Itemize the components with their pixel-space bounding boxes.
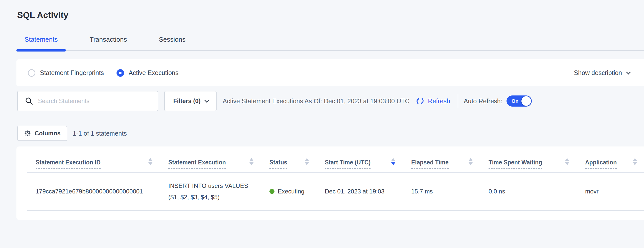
cell-execution-id[interactable]: 179cca7921e679b80000000000000001: [27, 188, 159, 195]
search-icon: [25, 97, 33, 105]
gear-icon: [24, 130, 31, 137]
refresh-button[interactable]: Refresh: [416, 96, 450, 106]
sort-icon[interactable]: [305, 158, 309, 165]
column-header-application[interactable]: Application: [576, 158, 644, 172]
table-header-row: Statement Execution ID Statement Executi…: [27, 146, 644, 173]
as-of-label: Active Statement Executions As Of: Dec 0…: [223, 97, 409, 105]
tab-sessions[interactable]: Sessions: [151, 36, 194, 50]
show-description-toggle[interactable]: Show description: [574, 69, 629, 77]
cell-time-spent-waiting: 0.0 ns: [480, 188, 576, 195]
filters-label: Filters (0): [173, 97, 200, 105]
cell-elapsed-time: 15.7 ms: [402, 188, 480, 195]
statements-table-card: Statement Execution ID Statement Executi…: [16, 146, 644, 220]
table-row: 179cca7921e679b80000000000000001 INSERT …: [27, 173, 644, 211]
radio-statement-fingerprints-label: Statement Fingerprints: [40, 69, 104, 77]
sort-icon[interactable]: [633, 158, 637, 165]
cell-start-time: Dec 01, 2023 at 19:03: [316, 188, 402, 195]
sort-icon[interactable]: [249, 158, 254, 165]
status-dot: [269, 189, 274, 194]
column-header-statement-execution-id[interactable]: Statement Execution ID: [27, 158, 159, 172]
sort-icon-active-desc[interactable]: [391, 158, 395, 165]
radio-statement-fingerprints[interactable]: Statement Fingerprints: [28, 69, 104, 77]
show-description-label: Show description: [574, 69, 622, 77]
sort-icon[interactable]: [565, 158, 569, 165]
auto-refresh-label: Auto Refresh:: [464, 97, 502, 105]
auto-refresh-toggle[interactable]: On: [507, 95, 532, 107]
filters-button[interactable]: Filters (0): [164, 91, 217, 111]
radio-selected-icon[interactable]: [117, 69, 124, 77]
radio-active-executions[interactable]: Active Executions: [117, 69, 178, 77]
results-count: 1-1 of 1 statements: [73, 130, 127, 137]
sort-icon[interactable]: [469, 158, 473, 165]
cell-status: Executing: [261, 188, 316, 195]
toolbar-divider: [458, 94, 458, 108]
refresh-icon: [416, 96, 425, 106]
page-title: SQL Activity: [17, 10, 644, 20]
tab-transactions[interactable]: Transactions: [82, 36, 135, 50]
status-label: Executing: [278, 188, 304, 195]
column-header-status[interactable]: Status: [261, 158, 316, 172]
toggle-state-label: On: [512, 98, 519, 104]
cell-statement-execution: INSERT INTO users VALUES ($1, $2, $3, $4…: [159, 180, 261, 203]
tab-bar: Statements Transactions Sessions: [16, 36, 644, 51]
column-header-start-time[interactable]: Start Time (UTC): [316, 158, 402, 172]
search-input[interactable]: [38, 97, 158, 105]
tab-statements[interactable]: Statements: [16, 36, 66, 50]
columns-button[interactable]: Columns: [17, 126, 67, 141]
chevron-down-icon: [626, 70, 631, 74]
search-box[interactable]: [17, 91, 158, 111]
radio-unselected-icon[interactable]: [28, 69, 35, 77]
columns-button-label: Columns: [35, 130, 61, 137]
view-mode-card: Statement Fingerprints Active Executions…: [16, 59, 644, 86]
table-controls: Columns 1-1 of 1 statements: [17, 126, 644, 141]
column-header-elapsed-time[interactable]: Elapsed Time: [402, 158, 480, 172]
sort-icon[interactable]: [148, 158, 152, 165]
chevron-down-icon: [204, 98, 209, 103]
cell-application: movr: [576, 188, 644, 195]
column-header-statement-execution[interactable]: Statement Execution: [159, 158, 261, 172]
column-header-time-spent-waiting[interactable]: Time Spent Waiting: [480, 158, 576, 172]
refresh-label: Refresh: [428, 97, 450, 105]
toolbar: Filters (0) Active Statement Executions …: [17, 91, 644, 111]
radio-active-executions-label: Active Executions: [129, 69, 178, 77]
toggle-knob[interactable]: [521, 96, 531, 106]
